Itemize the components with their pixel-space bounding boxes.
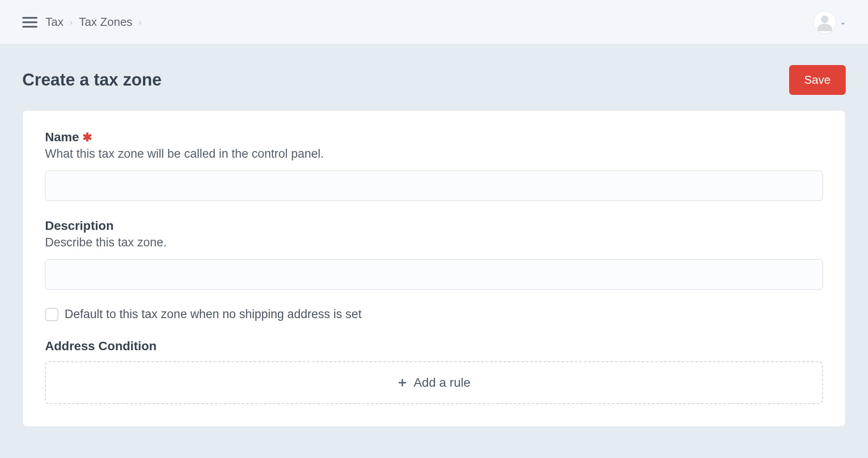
breadcrumb-item-tax-zones[interactable]: Tax Zones [79, 15, 132, 29]
name-input[interactable] [45, 171, 823, 201]
description-input[interactable] [45, 259, 823, 290]
default-checkbox[interactable] [45, 308, 58, 321]
description-label-text: Description [45, 219, 114, 233]
field-label-name: Name ✱ [45, 130, 823, 144]
chevron-down-icon: ⌄ [840, 18, 846, 26]
breadcrumb-item-tax[interactable]: Tax [45, 15, 63, 29]
field-label-description: Description [45, 219, 823, 233]
default-checkbox-row[interactable]: Default to this tax zone when no shippin… [45, 307, 823, 321]
user-menu[interactable]: ⌄ [813, 11, 846, 34]
field-description: Description Describe this tax zone. [45, 219, 823, 290]
required-star-icon: ✱ [82, 131, 92, 143]
page-title: Create a tax zone [22, 70, 162, 90]
add-rule-label: Add a rule [414, 376, 471, 390]
add-rule-button[interactable]: Add a rule [45, 361, 823, 404]
save-button[interactable]: Save [789, 65, 846, 95]
form-card: Name ✱ What this tax zone will be called… [22, 110, 846, 427]
topbar-left: Tax › Tax Zones › [22, 15, 142, 29]
chevron-right-icon: › [70, 17, 73, 27]
avatar [813, 11, 836, 34]
name-help-text: What this tax zone will be called in the… [45, 147, 823, 161]
hamburger-menu-icon[interactable] [22, 16, 37, 29]
chevron-right-icon: › [139, 17, 142, 27]
page-header: Create a tax zone Save [0, 45, 868, 110]
field-address-condition: Address Condition Add a rule [45, 339, 823, 404]
plus-icon [397, 378, 407, 388]
description-help-text: Describe this tax zone. [45, 236, 823, 249]
svg-point-0 [821, 16, 829, 23]
address-condition-label: Address Condition [45, 339, 823, 353]
name-label-text: Name [45, 130, 79, 144]
field-name: Name ✱ What this tax zone will be called… [45, 130, 823, 201]
default-checkbox-label: Default to this tax zone when no shippin… [65, 307, 361, 321]
topbar: Tax › Tax Zones › ⌄ [0, 0, 868, 45]
breadcrumb: Tax › Tax Zones › [45, 15, 142, 29]
